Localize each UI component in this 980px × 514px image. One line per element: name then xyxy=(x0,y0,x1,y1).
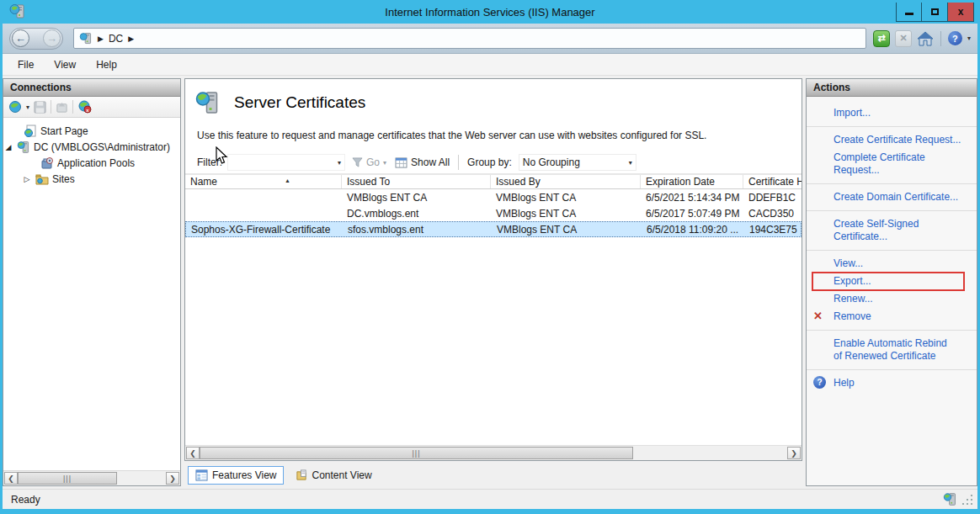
minimize-button[interactable] xyxy=(896,3,922,22)
scroll-right-button[interactable]: ❯ xyxy=(166,472,179,485)
maximize-button[interactable] xyxy=(922,3,948,22)
tree-item-sites[interactable]: ▷ Sites xyxy=(3,171,180,187)
action-help[interactable]: Help xyxy=(834,377,855,389)
go-label: Go xyxy=(366,156,380,168)
column-header-hash[interactable]: Certificate Hash xyxy=(743,175,802,188)
cell-name xyxy=(185,205,342,221)
main-hscrollbar[interactable]: ❮ ||| ❯ xyxy=(185,445,802,460)
action-create-certificate-request[interactable]: Create Certificate Request... xyxy=(834,134,961,146)
action-remove[interactable]: Remove xyxy=(834,310,871,322)
sort-ascending-icon: ▲ xyxy=(285,178,290,183)
scroll-right-button[interactable]: ❯ xyxy=(787,447,801,459)
home-button[interactable] xyxy=(917,31,934,46)
toolbar-divider xyxy=(72,100,73,114)
action-export[interactable]: Export... xyxy=(834,275,871,287)
table-header: Name ▲ Issued To Issued By Expiration Da… xyxy=(185,174,802,189)
application-pools-icon xyxy=(40,156,54,170)
create-connection-icon[interactable] xyxy=(8,100,22,114)
help-dropdown-icon[interactable]: ▾ xyxy=(967,34,971,42)
cell-name: Sophos-XG-Firewall-Certificate xyxy=(186,222,343,236)
connections-toolbar: ▾ x xyxy=(3,97,180,118)
cell-issued-to: sfos.vmblogs.ent xyxy=(343,222,492,236)
cell-issued-by: VMBlogs ENT CA xyxy=(491,189,641,205)
table-empty-area xyxy=(185,237,802,445)
toolbar-divider xyxy=(940,31,941,46)
status-bar: Ready xyxy=(3,489,977,509)
refresh-button[interactable]: ⇄ xyxy=(873,30,890,47)
table-row[interactable]: DC.vmblogs.ent VMBlogs ENT CA 6/5/2017 5… xyxy=(185,205,802,221)
connection-dropdown-icon[interactable]: ▾ xyxy=(26,103,29,111)
column-header-issued-to[interactable]: Issued To xyxy=(342,175,491,188)
action-complete-certificate-request[interactable]: Complete Certificate Request... xyxy=(834,151,925,176)
sites-folder-icon xyxy=(35,172,49,186)
tree-item-start-page[interactable]: Start Page xyxy=(3,123,180,139)
table-row-selected[interactable]: Sophos-XG-Firewall-Certificate sfos.vmbl… xyxy=(185,221,802,237)
status-text: Ready xyxy=(11,494,40,506)
tab-content-view[interactable]: Content View xyxy=(289,467,378,484)
scrollbar-thumb[interactable]: ||| xyxy=(18,472,117,485)
breadcrumb-node[interactable]: DC xyxy=(109,33,123,45)
column-header-issued-by[interactable]: Issued By xyxy=(491,175,641,188)
action-enable-automatic-rebind[interactable]: Enable Automatic Rebind of Renewed Certi… xyxy=(834,337,947,362)
start-page-icon xyxy=(24,125,37,138)
tree-item-label: Application Pools xyxy=(57,157,135,169)
cell-hash: DDEFB1C xyxy=(743,189,802,205)
menu-bar: File View Help xyxy=(3,54,977,76)
cell-issued-by: VMBlogs ENT CA xyxy=(492,222,642,236)
tree-item-label: DC (VMBLOGS\Administrator) xyxy=(34,141,170,153)
scrollbar-thumb[interactable]: ||| xyxy=(200,447,633,459)
show-all-label: Show All xyxy=(411,156,450,168)
content-view-icon xyxy=(296,469,307,481)
action-import[interactable]: Import... xyxy=(834,107,871,119)
breadcrumb-separator-icon: ▶ xyxy=(98,34,104,43)
back-button[interactable]: ← xyxy=(12,29,29,47)
window-title: Internet Information Services (IIS) Mana… xyxy=(3,6,977,19)
show-all-icon xyxy=(395,157,407,168)
cell-hash: 194C3E75 xyxy=(744,222,801,236)
group-by-select[interactable]: No Grouping ▾ xyxy=(519,154,636,171)
help-icon[interactable]: ? xyxy=(948,31,962,45)
action-view[interactable]: View... xyxy=(834,257,863,269)
tab-label: Features View xyxy=(212,469,276,481)
filter-funnel-icon xyxy=(352,157,363,167)
go-button-disabled: Go ▾ xyxy=(352,156,386,168)
menu-view[interactable]: View xyxy=(54,59,76,71)
server-certificates-panel: Server Certificates Use this feature to … xyxy=(184,78,802,461)
connections-header: Connections xyxy=(3,79,180,97)
tree-item-server-dc[interactable]: ◢ DC (VMBLOGS\Administrator) xyxy=(3,139,180,155)
filter-label: Filter: xyxy=(197,156,222,168)
iis-status-icon xyxy=(943,492,957,506)
collapse-icon[interactable]: ◢ xyxy=(3,143,13,151)
action-create-domain-certificate[interactable]: Create Domain Certificate... xyxy=(834,191,958,203)
scroll-left-button[interactable]: ❮ xyxy=(186,447,200,459)
delete-connection-icon[interactable]: x xyxy=(77,100,92,114)
tree-item-label: Sites xyxy=(52,173,75,185)
forward-button[interactable]: → xyxy=(43,29,61,47)
menu-help[interactable]: Help xyxy=(96,59,117,71)
scroll-left-button[interactable]: ❮ xyxy=(4,472,18,485)
column-header-expiration[interactable]: Expiration Date xyxy=(641,175,743,188)
tab-features-view[interactable]: Features View xyxy=(188,466,284,485)
action-renew[interactable]: Renew... xyxy=(834,293,873,305)
cell-hash: CACD350 xyxy=(743,205,802,221)
close-button[interactable]: x xyxy=(948,3,974,22)
expand-icon[interactable]: ▷ xyxy=(22,175,32,183)
connections-hscrollbar[interactable]: ❮ ||| ❯ xyxy=(3,470,180,485)
address-breadcrumb-bar[interactable]: ▶ DC ▶ xyxy=(73,28,866,49)
connections-tree: Start Page ◢ DC (VMBLOGS\Administrator) xyxy=(3,118,180,470)
column-header-name[interactable]: Name ▲ xyxy=(185,175,342,188)
menu-file[interactable]: File xyxy=(18,59,34,71)
server-icon xyxy=(79,32,93,45)
filter-input[interactable]: ▾ xyxy=(227,154,345,171)
show-all-button[interactable]: Show All xyxy=(395,156,450,168)
tree-item-application-pools[interactable]: Application Pools xyxy=(3,155,180,171)
action-create-self-signed-certificate[interactable]: Create Self-Signed Certificate... xyxy=(834,218,919,242)
server-certificates-icon xyxy=(195,89,221,116)
navigation-bar: ← → ▶ DC ▶ ⇄ ✕ ? ▾ xyxy=(3,24,977,54)
certificates-table: Name ▲ Issued To Issued By Expiration Da… xyxy=(185,174,802,237)
connections-panel: Connections ▾ xyxy=(3,78,181,486)
tab-label: Content View xyxy=(312,469,371,481)
up-level-icon-disabled xyxy=(56,101,68,114)
resize-grip[interactable] xyxy=(962,495,972,505)
table-row[interactable]: VMBlogs ENT CA VMBlogs ENT CA 6/5/2021 5… xyxy=(185,189,802,205)
